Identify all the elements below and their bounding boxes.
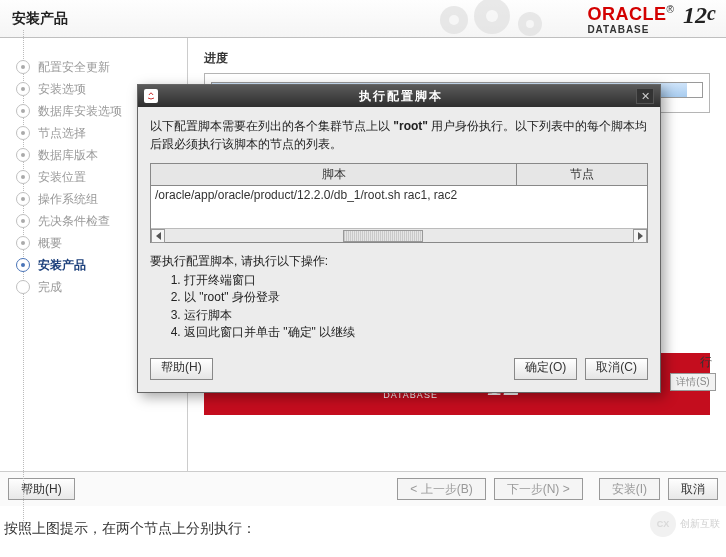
step-label: 安装选项 xyxy=(38,81,86,98)
col-node[interactable]: 节点 xyxy=(517,164,647,185)
step-tick-icon xyxy=(16,126,30,140)
step-label: 配置安全更新 xyxy=(38,59,110,76)
step-label: 数据库版本 xyxy=(38,147,98,164)
step-tick-icon xyxy=(16,170,30,184)
step-label: 节点选择 xyxy=(38,125,86,142)
cell-node xyxy=(517,186,647,204)
help-button[interactable]: 帮助(H) xyxy=(8,478,75,500)
java-icon xyxy=(144,89,158,103)
todo-intro: 要执行配置脚本, 请执行以下操作: xyxy=(150,253,648,270)
brand-sub: DATABASE xyxy=(587,24,649,35)
svg-point-3 xyxy=(486,10,498,22)
back-button[interactable]: < 上一步(B) xyxy=(397,478,485,500)
step-tick-icon xyxy=(16,82,30,96)
col-script[interactable]: 脚本 xyxy=(151,164,517,185)
next-button[interactable]: 下一步(N) > xyxy=(494,478,583,500)
table-row[interactable]: /oracle/app/oracle/product/12.2.0/db_1/r… xyxy=(151,186,647,204)
close-icon[interactable]: ✕ xyxy=(636,88,654,104)
scroll-track[interactable] xyxy=(165,229,633,243)
todo-block: 要执行配置脚本, 请执行以下操作: 打开终端窗口 以 "root" 身份登录 运… xyxy=(150,253,648,342)
dialog-cancel-button[interactable]: 取消(C) xyxy=(585,358,648,380)
watermark-icon: CX xyxy=(650,511,676,537)
step-label: 数据库安装选项 xyxy=(38,103,122,120)
step-label: 完成 xyxy=(38,279,62,296)
todo-list: 打开终端窗口 以 "root" 身份登录 运行脚本 返回此窗口并单击 "确定" … xyxy=(150,272,648,342)
step-tick-icon xyxy=(16,214,30,228)
dialog-ok-button[interactable]: 确定(O) xyxy=(514,358,577,380)
gears-decor xyxy=(434,0,554,38)
horizontal-scrollbar[interactable] xyxy=(151,228,647,242)
list-item: 运行脚本 xyxy=(184,307,648,324)
install-button[interactable]: 安装(I) xyxy=(599,478,660,500)
side-controls: 行 详情(S) xyxy=(670,354,716,391)
grid-header: 脚本 节点 xyxy=(151,164,647,186)
step-label: 先决条件检查 xyxy=(38,213,110,230)
step-label: 操作系统组 xyxy=(38,191,98,208)
list-item: 打开终端窗口 xyxy=(184,272,648,289)
scroll-left-icon[interactable] xyxy=(151,229,165,243)
step-tick-icon xyxy=(16,192,30,206)
details-button[interactable]: 详情(S) xyxy=(670,373,716,391)
brand-word: ORACLE xyxy=(587,4,666,24)
script-grid: 脚本 节点 /oracle/app/oracle/product/12.2.0/… xyxy=(150,163,648,243)
dialog-footer: 帮助(H) 确定(O) 取消(C) xyxy=(138,352,660,392)
dialog-titlebar[interactable]: 执行配置脚本 ✕ xyxy=(138,85,660,107)
step-tick-icon xyxy=(16,236,30,250)
nav-buttons: < 上一步(B) 下一步(N) > xyxy=(397,478,582,500)
dialog-instruction: 以下配置脚本需要在列出的各个集群节点上以 "root" 用户身份执行。以下列表中… xyxy=(150,117,648,153)
step-tick-icon xyxy=(16,280,30,294)
step-security-update[interactable]: 配置安全更新 xyxy=(0,56,187,78)
brand-ver: 12 xyxy=(683,2,707,28)
watermark: CX 创新互联 xyxy=(650,511,720,537)
oracle-logo: ORACLE® DATABASE 12c xyxy=(587,2,716,35)
titlebar: 安装产品 ORACLE® DATABASE 12c xyxy=(0,0,726,38)
brand-suffix: c xyxy=(707,2,716,24)
step-tick-icon xyxy=(16,104,30,118)
progress-label: 进度 xyxy=(204,50,710,67)
list-item: 以 "root" 身份登录 xyxy=(184,289,648,306)
step-tick-icon xyxy=(16,258,30,272)
footer-note: 按照上图提示，在两个节点上分别执行： xyxy=(0,506,726,538)
cancel-button[interactable]: 取消 xyxy=(668,478,718,500)
dialog-help-button[interactable]: 帮助(H) xyxy=(150,358,213,380)
scroll-right-icon[interactable] xyxy=(633,229,647,243)
window-title: 安装产品 xyxy=(0,10,68,28)
grid-body[interactable]: /oracle/app/oracle/product/12.2.0/db_1/r… xyxy=(151,186,647,228)
cell-script: /oracle/app/oracle/product/12.2.0/db_1/r… xyxy=(151,186,517,204)
svg-point-1 xyxy=(449,15,459,25)
side-char: 行 xyxy=(700,354,712,371)
step-tick-icon xyxy=(16,148,30,162)
scroll-thumb[interactable] xyxy=(343,230,423,242)
list-item: 返回此窗口并单击 "确定" 以继续 xyxy=(184,324,648,341)
dialog-title: 执行配置脚本 xyxy=(166,88,636,105)
config-script-dialog: 执行配置脚本 ✕ 以下配置脚本需要在列出的各个集群节点上以 "root" 用户身… xyxy=(137,84,661,393)
svg-point-5 xyxy=(526,20,534,28)
step-label: 安装产品 xyxy=(38,257,86,274)
watermark-text: 创新互联 xyxy=(680,517,720,531)
bottom-bar: 帮助(H) < 上一步(B) 下一步(N) > 安装(I) 取消 xyxy=(0,472,726,506)
dialog-body: 以下配置脚本需要在列出的各个集群节点上以 "root" 用户身份执行。以下列表中… xyxy=(138,107,660,352)
step-label: 概要 xyxy=(38,235,62,252)
step-tick-icon xyxy=(16,60,30,74)
step-label: 安装位置 xyxy=(38,169,86,186)
